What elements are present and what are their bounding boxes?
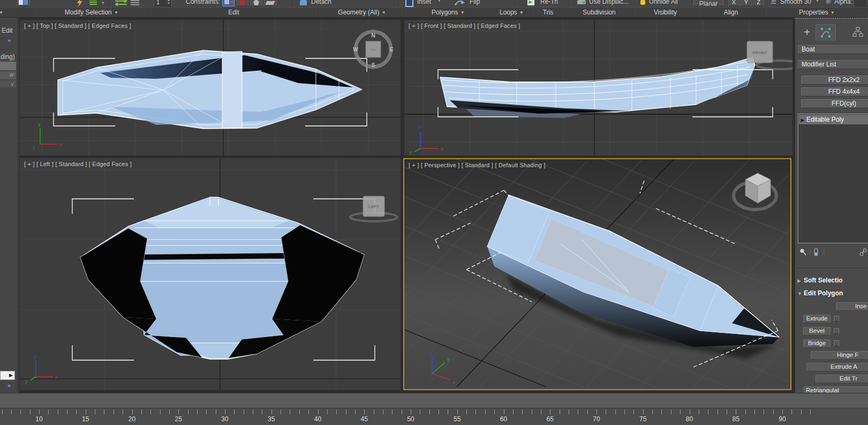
expand-arrow-icon[interactable]: ▶: [799, 115, 806, 125]
create-tab[interactable]: +: [799, 24, 814, 40]
viewport-front-label[interactable]: [ + ] [ Front ] [ Standard ] [ Edged Fac…: [409, 23, 520, 29]
object-name-field[interactable]: Boat: [798, 45, 868, 54]
timeline-ruler[interactable]: 1015202530354045505560657075808590: [0, 408, 868, 425]
bevel-settings-button[interactable]: [834, 328, 839, 334]
extrude-button[interactable]: Extrude: [803, 315, 831, 323]
swap-loops-icon[interactable]: [115, 0, 127, 6]
smooth-icon[interactable]: 30: [771, 0, 776, 4]
rollout-edit-polygons[interactable]: ▼Edit Polygon: [797, 289, 868, 297]
section-label: Geometry (All): [338, 9, 379, 16]
bevel-button[interactable]: Bevel: [803, 327, 831, 335]
bridge-settings-button[interactable]: [834, 340, 839, 346]
list-item[interactable]: w: [0, 71, 16, 79]
smooth-30-button[interactable]: Smooth 30: [780, 0, 811, 5]
rollout-soft-selection[interactable]: ▶Soft Selectio: [797, 277, 868, 284]
retriangulate-button[interactable]: Retriangulat: [803, 386, 868, 393]
parallel-lines-icon[interactable]: [131, 0, 139, 5]
tool-icon[interactable]: [17, 0, 30, 6]
chevron-down-icon: ▾: [382, 10, 385, 15]
chevron-down-icon[interactable]: ▾: [438, 0, 441, 3]
edit-triangulation-button[interactable]: Edit Tr: [816, 375, 868, 383]
viewport-left[interactable]: [ + ] [ Left ] [ Standard ] [ Edged Face…: [20, 158, 401, 390]
retriangulate-icon[interactable]: [527, 0, 534, 5]
extrude-along-spline-button[interactable]: Extrude A: [806, 363, 868, 371]
constraint-none-button[interactable]: x: [222, 0, 235, 6]
ribbon-section-partial[interactable]: ▾: [0, 8, 34, 17]
stack-toolbar[interactable]: [798, 248, 868, 257]
modifier-list-dropdown[interactable]: Modifier List: [798, 60, 868, 69]
planar-button[interactable]: Planar: [693, 0, 723, 6]
ruler-tick: [810, 409, 811, 414]
lightning-icon[interactable]: [77, 0, 83, 7]
flip-button[interactable]: Flip: [470, 0, 480, 5]
constraint-normal-button[interactable]: ↗: [264, 0, 276, 6]
ribbon-section-polygons[interactable]: Polygons▾: [404, 8, 492, 17]
viewport-front[interactable]: [ + ] [ Front ] [ Standard ] [ Edged Fac…: [404, 20, 792, 155]
flyout-arrow-button[interactable]: ▶: [0, 371, 15, 380]
ribbon-section-visibility[interactable]: Visibility: [633, 8, 698, 17]
inset-icon[interactable]: [405, 0, 413, 7]
inset-button[interactable]: Inset: [417, 0, 431, 5]
stack-item-editable-poly[interactable]: ▶Editable Poly: [799, 115, 868, 124]
ribbon-section-geometry-all-[interactable]: Geometry (All)▾: [319, 8, 405, 17]
ruler-tick: [169, 409, 170, 414]
unhide-all-button[interactable]: Unhide All: [649, 0, 678, 5]
ribbon-section-align[interactable]: Align: [697, 8, 765, 17]
viewport-perspective-label[interactable]: [ + ] [ Perspective ] [ Standard ] [ Def…: [409, 162, 546, 168]
svg-text:FRONT: FRONT: [752, 50, 767, 55]
displace-icon[interactable]: [577, 0, 586, 4]
edit-panel-label[interactable]: Edit: [2, 27, 13, 34]
ruler-tick: [402, 409, 402, 414]
loop-mode-icon[interactable]: [89, 0, 97, 5]
insert-vertex-button[interactable]: Inse: [836, 302, 868, 311]
svg-text:y: y: [447, 356, 450, 362]
list-item[interactable]: [0, 62, 16, 70]
frame-number: 85: [733, 415, 739, 423]
ribbon-section-edit[interactable]: Edit: [149, 8, 319, 17]
align-z-button[interactable]: Z: [753, 0, 764, 6]
extrude-settings-button[interactable]: [834, 316, 839, 322]
hierarchy-tab[interactable]: [850, 24, 866, 40]
chevron-down-icon[interactable]: ▾: [102, 0, 104, 5]
constraint-edge-button[interactable]: [236, 0, 248, 6]
ribbon-section-modify-selection[interactable]: Modify Selection▾: [33, 8, 149, 17]
ribbon-section-properties[interactable]: Properties▾: [765, 8, 868, 17]
list-item[interactable]: v: [0, 80, 16, 87]
spinner-arrows-icon[interactable]: ▲▼: [167, 0, 170, 5]
loop-count-spinner[interactable]: 1 ▲▼: [154, 0, 172, 6]
chevron-down-icon[interactable]: ▾: [816, 0, 819, 3]
alpha-input[interactable]: [854, 0, 868, 6]
flip-icon[interactable]: [454, 0, 465, 6]
modifier-stack[interactable]: ▶Editable Poly: [798, 114, 868, 243]
modifier-button-ffd-cyl-[interactable]: FFD(cyl): [801, 99, 868, 108]
viewport-top[interactable]: [ + ] [ Top ] [ Standard ] [ Edged Faces…: [20, 20, 401, 155]
detach-icon[interactable]: [300, 0, 307, 5]
ruler-tick: [253, 409, 253, 414]
section-label: Edit: [228, 9, 239, 16]
retri-button[interactable]: Re-Tri: [540, 0, 558, 5]
align-y-button[interactable]: Y: [741, 0, 752, 6]
viewport-perspective[interactable]: [ + ] [ Perspective ] [ Standard ] [ Def…: [403, 158, 791, 390]
modifier-button-ffd-4x4x4[interactable]: FFD 4x4x4: [801, 87, 868, 96]
overflow-chevrons-icon[interactable]: »: [7, 382, 11, 389]
hinge-from-edge-button[interactable]: Hinge F: [811, 351, 868, 360]
overflow-chevrons-icon[interactable]: »: [7, 37, 11, 43]
detach-button[interactable]: Detach: [311, 0, 331, 5]
lightbulb-icon[interactable]: [640, 0, 645, 5]
modifier-button-ffd-2x2x2[interactable]: FFD 2x2x2: [801, 76, 868, 85]
ribbon-section-subdivision[interactable]: Subdivision: [565, 8, 634, 17]
ribbon-section-loops[interactable]: Loops▾: [491, 8, 532, 17]
viewport-left-label[interactable]: [ + ] [ Left ] [ Standard ] [ Edged Face…: [24, 161, 132, 167]
ribbon-section-row: ▾Modify Selection▾EditGeometry (All)▾Pol…: [0, 7, 868, 18]
use-displacement-button[interactable]: Use Displac...: [589, 0, 629, 5]
modify-tab[interactable]: [816, 24, 836, 41]
align-x-button[interactable]: X: [728, 0, 739, 6]
expanded-arrow-icon: ▼: [797, 291, 804, 296]
ruler-tick: [392, 409, 393, 414]
ribbon-section-tris[interactable]: Tris: [531, 8, 565, 17]
track-bar[interactable]: [0, 393, 868, 408]
compass-rose-icon: TOP N W S E: [353, 32, 393, 68]
constraint-face-button[interactable]: [250, 0, 262, 6]
viewport-top-label[interactable]: [ + ] [ Top ] [ Standard ] [ Edged Faces…: [24, 23, 131, 29]
bridge-button[interactable]: Bridge: [803, 339, 831, 348]
